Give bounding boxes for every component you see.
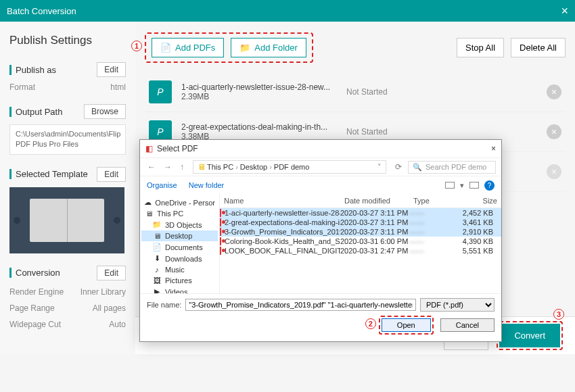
file-item[interactable]: P1-aci-quarterly-newsletter-issue-28-new… <box>145 72 566 112</box>
pdf-file-icon <box>220 237 221 245</box>
folder-plus-icon: 📁 <box>239 43 250 53</box>
conversion-edit-button[interactable]: Edit <box>97 266 126 280</box>
window-titlebar: Batch Conversion × <box>0 0 575 22</box>
tree-icon: 🖥 <box>152 232 162 240</box>
tree-item[interactable]: ♪Music <box>141 264 218 275</box>
file-row[interactable]: Coloring-Book-Kids_Health_and_Safety-...… <box>220 237 501 246</box>
template-edit-button[interactable]: Edit <box>97 167 126 182</box>
tree-icon: ☁ <box>144 198 152 207</box>
nav-back-icon[interactable]: ← <box>145 162 158 172</box>
pdf-icon: P <box>149 80 172 103</box>
dialog-close-icon[interactable]: × <box>491 144 496 153</box>
nav-up-icon[interactable]: ↑ <box>178 162 186 172</box>
conv-key: Page Range <box>9 303 55 313</box>
template-thumbnail[interactable] <box>9 187 124 253</box>
dialog-icon: ◧ <box>145 144 153 153</box>
delete-all-button[interactable]: Delete All <box>511 38 566 57</box>
tree-item[interactable]: ☁OneDrive - Persor <box>141 197 218 208</box>
pdf-file-icon <box>220 218 221 226</box>
convert-button[interactable]: Convert <box>499 324 560 347</box>
annotation-1: 1 <box>131 41 142 51</box>
crumb-part[interactable]: Desktop <box>240 163 267 171</box>
breadcrumb[interactable]: 🖥 This PC›Desktop›PDF demo ˅ <box>193 160 386 174</box>
format-label: Format <box>9 82 35 92</box>
filename-input[interactable] <box>185 299 416 311</box>
tree-item[interactable]: 📄Documents <box>141 241 218 253</box>
filename-label: File name: <box>147 301 181 309</box>
conv-key: Widepage Cut <box>9 320 61 329</box>
remove-file-icon[interactable]: × <box>547 84 561 99</box>
file-status: Not Started <box>346 87 537 97</box>
organise-menu[interactable]: Organise <box>147 181 177 189</box>
file-status: Not Started <box>346 127 537 137</box>
open-button[interactable]: Open <box>382 318 431 332</box>
pdf-file-icon <box>220 228 221 236</box>
browse-button[interactable]: Browse <box>84 104 126 119</box>
stop-all-button[interactable]: Stop All <box>457 38 504 57</box>
select-pdf-dialog: ◧Select PDF × ← → ↑ 🖥 This PC›Desktop›PD… <box>139 139 502 342</box>
search-icon: 🔍 <box>413 163 422 172</box>
file-size: 2.39MB <box>181 92 337 101</box>
tree-item[interactable]: ▶Videos <box>141 286 218 293</box>
file-plus-icon: 📄 <box>160 43 171 53</box>
add-buttons-group: 1 📄Add PDFs 📁Add Folder <box>145 32 313 63</box>
annotation-2: 2 <box>365 318 376 329</box>
view-details-icon[interactable] <box>445 182 455 189</box>
template-title: Selected Template <box>9 169 88 179</box>
new-folder-button[interactable]: New folder <box>189 181 225 189</box>
tree-item[interactable]: 🖥Desktop <box>141 230 218 241</box>
output-path-value: C:\Users\admin\Documents\Flip PDF Plus P… <box>9 124 126 155</box>
window-title: Batch Conversion <box>7 6 76 16</box>
file-row[interactable]: LOOK_BOOK_FALL_FINAL_DIGITAL.pdf2020-03-… <box>220 246 501 255</box>
tree-icon: ▶ <box>152 287 162 293</box>
add-pdfs-button[interactable]: 📄Add PDFs <box>152 38 224 57</box>
help-icon[interactable]: ? <box>484 180 495 191</box>
crumb-part[interactable]: This PC <box>207 163 233 171</box>
tree-icon: 📄 <box>152 243 162 251</box>
tree-item[interactable]: 📁3D Objects <box>141 219 218 230</box>
chevron-down-icon[interactable]: ▾ <box>460 181 464 190</box>
sidebar: Publish Settings Publish as Edit Format … <box>0 22 135 354</box>
file-row[interactable]: 1-aci-quarterly-newsletter-issue-28-new.… <box>220 208 501 218</box>
output-path-title: Output Path <box>9 107 62 117</box>
remove-file-icon[interactable]: × <box>547 164 561 179</box>
sidebar-heading: Publish Settings <box>9 34 126 47</box>
remove-file-icon[interactable]: × <box>547 124 561 139</box>
file-row[interactable]: 3-Growth_Promise_Indicators_2019.pdf2020… <box>220 227 501 237</box>
add-folder-button[interactable]: 📁Add Folder <box>231 38 306 57</box>
file-row[interactable]: 2-great-expectations-deal-making-in-th..… <box>220 218 501 227</box>
file-filter-select[interactable]: PDF (*.pdf) <box>420 298 495 312</box>
view-preview-icon[interactable] <box>469 182 479 189</box>
dialog-title: Select PDF <box>157 144 198 153</box>
tree-icon: 📁 <box>152 220 162 229</box>
tree-item[interactable]: 🖥This PC <box>141 208 218 219</box>
tree-item[interactable]: 🖼Pictures <box>141 275 218 286</box>
chevron-down-icon[interactable]: ˅ <box>377 163 382 172</box>
publish-as-title: Publish as <box>9 65 56 75</box>
folder-tree: ☁OneDrive - Persor🖥This PC📁3D Objects🖥De… <box>140 194 220 293</box>
tree-icon: 🖥 <box>144 210 154 218</box>
publish-as-edit-button[interactable]: Edit <box>97 62 126 77</box>
column-headers[interactable]: Name Date modified Type Size <box>220 194 501 208</box>
search-input[interactable]: 🔍 Search PDF demo <box>408 161 496 174</box>
file-name: 1-aci-quarterly-newsletter-issue-28-new.… <box>181 82 337 92</box>
tree-icon: ⬇ <box>152 254 162 263</box>
tree-icon: ♪ <box>152 266 162 274</box>
pdf-file-icon <box>220 247 221 255</box>
pdf-file-icon <box>220 209 221 217</box>
format-value: html <box>110 82 126 92</box>
tree-icon: 🖼 <box>152 276 162 285</box>
annotation-3: 3 <box>553 309 564 320</box>
file-name: 2-great-expectations-deal-making-in-th..… <box>181 122 337 132</box>
refresh-icon[interactable]: ⟳ <box>393 162 404 172</box>
close-icon[interactable]: × <box>561 4 568 18</box>
dialog-cancel-button[interactable]: Cancel <box>440 318 495 332</box>
conv-val: All pages <box>93 303 126 313</box>
conv-val: Auto <box>109 320 126 329</box>
tree-item[interactable]: ⬇Downloads <box>141 253 218 264</box>
conv-key: Render Engine <box>9 287 64 297</box>
conversion-title: Conversion <box>9 268 60 278</box>
nav-forward-icon[interactable]: → <box>162 162 174 172</box>
folder-icon: 🖥 <box>198 162 206 172</box>
crumb-part[interactable]: PDF demo <box>274 163 310 171</box>
